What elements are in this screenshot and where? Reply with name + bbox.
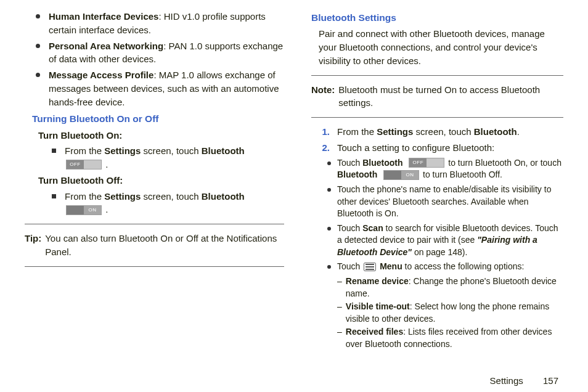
dash-icon: –: [337, 276, 342, 288]
menu-icon: [364, 263, 376, 271]
bullet-text: Message Access Profile: MAP 1.0 allows e…: [49, 68, 284, 108]
divider: [25, 266, 284, 267]
bullet-map: Message Access Profile: MAP 1.0 allows e…: [25, 68, 284, 108]
step-turn-on: From the Settings screen, touch Bluetoot…: [25, 144, 284, 171]
step-text: From the Settings screen, touch Bluetoot…: [65, 190, 284, 217]
left-column: Human Interface Devices: HID v1.0 profil…: [15, 7, 294, 388]
divider: [311, 75, 563, 76]
bullet-icon: [327, 227, 331, 231]
dash-text: Received files: Lists files received fro…: [346, 326, 563, 350]
note: Note: Bluetooth must be turned On to acc…: [311, 83, 563, 110]
bullet-icon: [36, 44, 40, 48]
dash-text: Rename device: Change the phone's Blueto…: [346, 276, 563, 300]
step-turn-off: From the Settings screen, touch Bluetoot…: [25, 190, 284, 217]
footer-section: Settings: [490, 375, 523, 386]
step-text: From the Settings screen, touch Bluetoot…: [65, 144, 284, 171]
page: Human Interface Devices: HID v1.0 profil…: [0, 0, 588, 392]
bullet-icon: [327, 161, 331, 165]
bullet-icon: [36, 14, 40, 18]
sub-bullet-text: Touch Menu to access the following optio…: [337, 261, 524, 273]
toggle-off-icon: OFF: [409, 158, 444, 168]
dash-rename: – Rename device: Change the phone's Blue…: [311, 276, 563, 300]
bullet-text: Personal Area Networking: PAN 1.0 suppor…: [49, 39, 284, 67]
sub-bullet-visibility: Touch the phone's name to enable/disable…: [311, 184, 563, 220]
square-bullet-icon: [52, 149, 56, 153]
sub-bullet-toggle: Touch Bluetooth OFF to turn Bluetooth On…: [311, 157, 563, 181]
dash-text: Visible time-out: Select how long the ph…: [346, 301, 563, 325]
sub-bullet-text: Touch the phone's name to enable/disable…: [337, 184, 563, 220]
tip: Tip: You can also turn Bluetooth On or O…: [25, 232, 284, 259]
bullet-bold: Message Access Profile: [49, 70, 153, 80]
toggle-off-icon: OFF: [66, 160, 102, 169]
bullet-text: Human Interface Devices: HID v1.0 profil…: [49, 10, 284, 37]
bullet-pan: Personal Area Networking: PAN 1.0 suppor…: [25, 39, 284, 67]
dash-icon: –: [337, 326, 342, 338]
step-number: 2.: [319, 141, 330, 155]
step-text: From the Settings screen, touch Bluetoot…: [337, 125, 520, 139]
heading-turn-on: Turn Bluetooth On:: [38, 129, 284, 142]
right-column: Bluetooth Settings Pair and connect with…: [294, 7, 573, 388]
sub-bullet-menu: Touch Menu to access the following optio…: [311, 261, 563, 273]
bullet-bold: Personal Area Networking: [49, 41, 163, 51]
step-2: 2. Touch a setting to configure Bluetoot…: [311, 141, 563, 155]
divider: [311, 117, 563, 118]
sub-bullet-text: Touch Bluetooth OFF to turn Bluetooth On…: [337, 157, 563, 181]
step-number: 1.: [319, 125, 330, 139]
tip-label: Tip:: [25, 232, 41, 245]
toggle-on-icon: ON: [66, 205, 102, 215]
intro-text: Pair and connect with other Bluetooth de…: [319, 27, 563, 67]
bullet-bold: Human Interface Devices: [49, 11, 158, 22]
step-1: 1. From the Settings screen, touch Bluet…: [311, 125, 563, 139]
bullet-hid: Human Interface Devices: HID v1.0 profil…: [25, 10, 284, 37]
divider: [25, 224, 284, 224]
sub-bullet-scan: Touch Scan to search for visible Bluetoo…: [311, 223, 563, 259]
square-bullet-icon: [52, 194, 56, 198]
page-footer: Settings 157: [490, 375, 558, 386]
dash-icon: –: [337, 301, 342, 313]
bullet-icon: [327, 265, 331, 269]
bullet-icon: [327, 188, 331, 192]
bullet-icon: [36, 73, 40, 77]
heading-turning-bt: Turning Bluetooth On or Off: [32, 112, 284, 126]
note-text: Bluetooth must be turned On to access Bl…: [338, 83, 563, 110]
toggle-on-icon: ON: [383, 170, 419, 180]
dash-visible-timeout: – Visible time-out: Select how long the …: [311, 301, 563, 325]
note-label: Note:: [311, 83, 335, 97]
dash-received-files: – Received files: Lists files received f…: [311, 326, 563, 350]
footer-page-number: 157: [543, 375, 558, 386]
sub-bullet-text: Touch Scan to search for visible Bluetoo…: [337, 223, 563, 259]
step-text: Touch a setting to configure Bluetooth:: [337, 141, 494, 155]
heading-turn-off: Turn Bluetooth Off:: [38, 174, 284, 187]
tip-text: You can also turn Bluetooth On or Off at…: [45, 232, 284, 259]
heading-bt-settings: Bluetooth Settings: [311, 11, 563, 25]
